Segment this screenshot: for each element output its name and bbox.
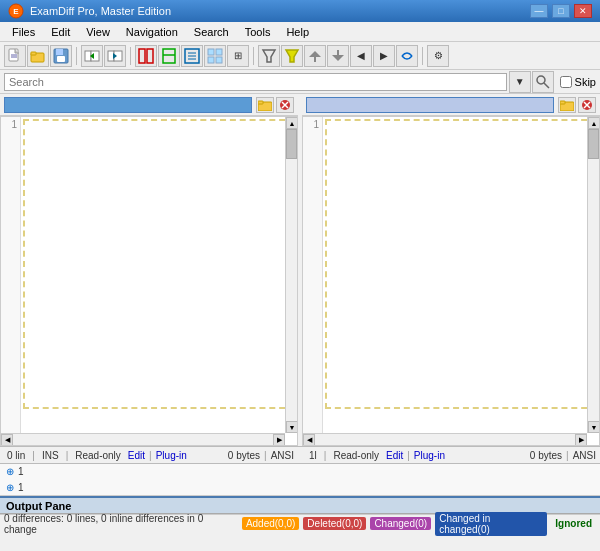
go-right-button[interactable]: ▶ bbox=[373, 45, 395, 67]
left-scroll-thumb[interactable] bbox=[286, 129, 297, 159]
maximize-button[interactable]: □ bbox=[552, 4, 570, 18]
prev-diff-button[interactable] bbox=[304, 45, 326, 67]
right-diff-inner bbox=[325, 119, 597, 409]
left-scroll-up[interactable]: ▲ bbox=[286, 117, 298, 129]
left-file-icons bbox=[256, 97, 294, 113]
search-input[interactable] bbox=[4, 73, 507, 91]
app-icon: E bbox=[8, 3, 24, 19]
menu-navigation[interactable]: Navigation bbox=[118, 24, 186, 40]
view-toolbar-group: ⊞ bbox=[135, 45, 249, 67]
svg-marker-32 bbox=[332, 55, 344, 61]
right-scroll-right[interactable]: ▶ bbox=[575, 434, 587, 446]
deleted-tag: Deleted(0,0) bbox=[303, 517, 366, 530]
filter-button[interactable] bbox=[258, 45, 280, 67]
toolbar-separator-4 bbox=[422, 47, 423, 65]
toolbar-separator-3 bbox=[253, 47, 254, 65]
options-button[interactable]: ⚙ bbox=[427, 45, 449, 67]
go-left-button[interactable]: ◀ bbox=[350, 45, 372, 67]
edit-toolbar-group bbox=[81, 45, 126, 67]
app-title: ExamDiff Pro, Master Edition bbox=[30, 5, 530, 17]
svg-rect-6 bbox=[31, 52, 36, 55]
menu-search[interactable]: Search bbox=[186, 24, 237, 40]
merge-icon-2: ⊕ bbox=[6, 482, 14, 493]
changed-in-tag: Changed in changed(0) bbox=[435, 512, 547, 536]
skip-area: Skip bbox=[560, 76, 596, 88]
right-scrollbar-vertical[interactable]: ▲ ▼ bbox=[587, 117, 599, 433]
right-line-numbers: 1 bbox=[303, 117, 323, 445]
right-line-count: 1l bbox=[306, 450, 320, 461]
skip-checkbox[interactable] bbox=[560, 76, 572, 88]
bottom-status-bar: 0 differences: 0 lines, 0 inline differe… bbox=[0, 514, 600, 532]
menu-bar: Files Edit View Navigation Search Tools … bbox=[0, 22, 600, 42]
file-toolbar-group bbox=[4, 45, 72, 67]
unified-view[interactable] bbox=[158, 45, 180, 67]
left-line-count: 0 lin bbox=[4, 450, 28, 461]
right-scroll-left[interactable]: ◀ bbox=[303, 434, 315, 446]
left-scroll-down[interactable]: ▼ bbox=[286, 421, 298, 433]
close-button[interactable]: ✕ bbox=[574, 4, 592, 18]
ignored-tag: Ignored bbox=[551, 517, 596, 530]
side-by-side-view[interactable] bbox=[135, 45, 157, 67]
svg-rect-24 bbox=[208, 49, 214, 55]
menu-files[interactable]: Files bbox=[4, 24, 43, 40]
grid-view[interactable] bbox=[204, 45, 226, 67]
right-diff-pane: 1 ▲ ▼ ◀ ▶ bbox=[302, 116, 600, 446]
left-file-close-icon[interactable] bbox=[276, 97, 294, 113]
left-scroll-left[interactable]: ◀ bbox=[1, 434, 13, 446]
right-encoding: ANSI bbox=[573, 450, 596, 461]
main-diff-area: 1 ▲ ▼ ◀ ▶ 1 ▲ ▼ ◀ ▶ bbox=[0, 116, 600, 446]
left-scrollbar-horizontal[interactable]: ◀ ▶ bbox=[1, 433, 285, 445]
diff-summary: 0 differences: 0 lines, 0 inline differe… bbox=[4, 513, 238, 535]
left-diff-content[interactable] bbox=[21, 117, 297, 445]
left-scroll-right[interactable]: ▶ bbox=[273, 434, 285, 446]
left-scrollbar-vertical[interactable]: ▲ ▼ bbox=[285, 117, 297, 433]
sync-button[interactable] bbox=[396, 45, 418, 67]
svg-rect-26 bbox=[208, 57, 214, 63]
left-plugin-button[interactable]: Plug-in bbox=[156, 450, 187, 461]
right-file-path[interactable] bbox=[306, 97, 554, 113]
status-bars: 0 lin | INS | Read-only Edit | Plug-in 0… bbox=[0, 446, 600, 464]
left-edit-button[interactable]: Edit bbox=[128, 450, 145, 461]
save-button[interactable] bbox=[50, 45, 72, 67]
menu-help[interactable]: Help bbox=[278, 24, 317, 40]
right-diff-content[interactable] bbox=[323, 117, 599, 445]
right-bytes: 0 bytes bbox=[530, 450, 562, 461]
copy-left-button[interactable] bbox=[81, 45, 103, 67]
svg-point-34 bbox=[537, 76, 545, 84]
svg-rect-17 bbox=[147, 49, 153, 63]
search-go-button[interactable] bbox=[532, 71, 554, 93]
menu-tools[interactable]: Tools bbox=[237, 24, 279, 40]
filter2-button[interactable] bbox=[281, 45, 303, 67]
new-button[interactable] bbox=[4, 45, 26, 67]
left-bytes: 0 bytes bbox=[228, 450, 260, 461]
expand-button[interactable]: ⊞ bbox=[227, 45, 249, 67]
right-scroll-down[interactable]: ▼ bbox=[588, 421, 600, 433]
svg-rect-42 bbox=[560, 101, 565, 104]
right-scroll-up[interactable]: ▲ bbox=[588, 117, 600, 129]
right-file-close-icon[interactable] bbox=[578, 97, 596, 113]
right-file-folder-icon[interactable] bbox=[558, 97, 576, 113]
right-file-icons bbox=[558, 97, 596, 113]
search-dropdown-button[interactable]: ▼ bbox=[509, 71, 531, 93]
title-bar: E ExamDiff Pro, Master Edition — □ ✕ bbox=[0, 0, 600, 22]
toolbar-separator-1 bbox=[76, 47, 77, 65]
menu-view[interactable]: View bbox=[78, 24, 118, 40]
minimize-button[interactable]: — bbox=[530, 4, 548, 18]
right-plugin-button[interactable]: Plug-in bbox=[414, 450, 445, 461]
left-ins-status: INS bbox=[39, 450, 62, 461]
output-pane-title: Output Pane bbox=[6, 500, 71, 512]
svg-text:E: E bbox=[13, 7, 19, 16]
open-button[interactable] bbox=[27, 45, 49, 67]
merge-line-1: ⊕ 1 bbox=[0, 464, 600, 480]
left-file-path[interactable] bbox=[4, 97, 252, 113]
left-file-folder-icon[interactable] bbox=[256, 97, 274, 113]
right-scroll-thumb[interactable] bbox=[588, 129, 599, 159]
right-scrollbar-horizontal[interactable]: ◀ ▶ bbox=[303, 433, 587, 445]
merge-icon-1: ⊕ bbox=[6, 466, 14, 477]
menu-edit[interactable]: Edit bbox=[43, 24, 78, 40]
svg-rect-37 bbox=[258, 101, 263, 104]
copy-right-button[interactable] bbox=[104, 45, 126, 67]
next-diff-button[interactable] bbox=[327, 45, 349, 67]
right-edit-button[interactable]: Edit bbox=[386, 450, 403, 461]
report-view[interactable] bbox=[181, 45, 203, 67]
